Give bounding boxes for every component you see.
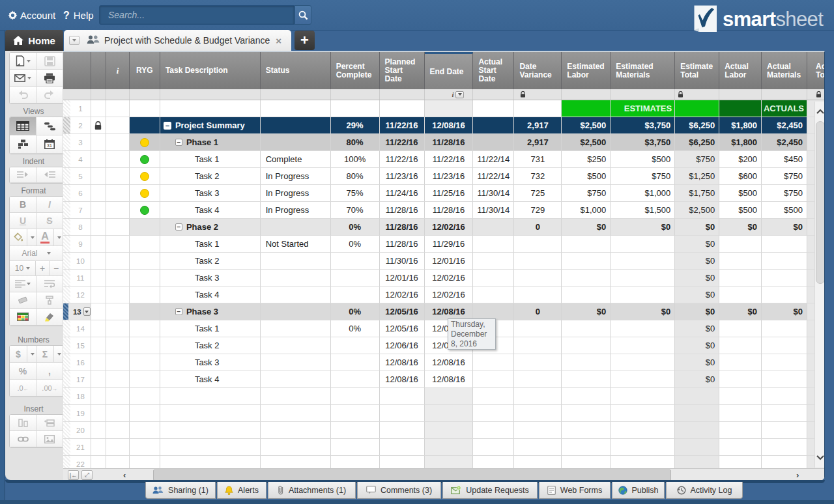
svg-text:31: 31 <box>47 143 52 148</box>
